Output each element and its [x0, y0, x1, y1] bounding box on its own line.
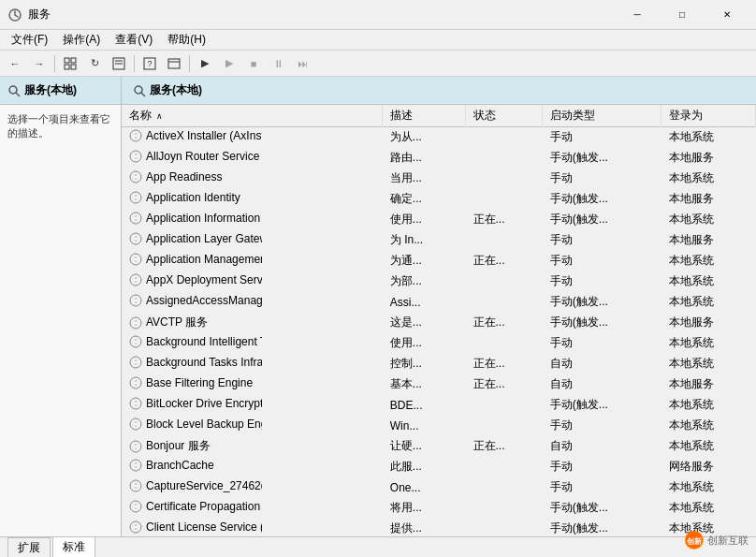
refresh-button[interactable]: ↻ [83, 53, 106, 74]
play2-button[interactable]: ▶ [218, 53, 240, 74]
svg-text:?: ? [147, 59, 152, 68]
service-status [466, 477, 543, 498]
table-row[interactable]: Base Filtering Engine基本...正在...自动本地服务 [122, 374, 756, 395]
table-scroll[interactable]: ActiveX Installer (AxInstSV)为从...手动本地系统 … [122, 127, 756, 536]
col-name[interactable]: 名称 ∧ [122, 105, 383, 127]
service-startup: 手动 [543, 127, 662, 148]
service-login: 本地系统 [662, 292, 756, 313]
service-name: Certificate Propagation [122, 498, 262, 515]
service-status: 正在... [466, 436, 543, 457]
service-desc: 这是... [383, 313, 466, 333]
svg-point-45 [135, 423, 138, 426]
table-wrapper: 名称 ∧ 描述 状态 启动类型 登录为 [122, 105, 756, 536]
watermark-logo: 创新 [685, 531, 704, 550]
close-button[interactable]: ✕ [705, 0, 749, 30]
service-startup: 手动(触发... [543, 210, 662, 230]
stop-button[interactable]: ■ [242, 53, 265, 74]
table-row[interactable]: Application Management为通...正在...手动本地系统 [122, 251, 756, 271]
props-button[interactable] [163, 53, 185, 74]
service-login: 本地系统 [662, 477, 756, 498]
service-status: 正在... [466, 210, 543, 230]
maximize-button[interactable]: □ [661, 0, 704, 30]
service-login: 本地系统 [662, 395, 756, 416]
resume-button[interactable]: ⏭ [291, 53, 313, 74]
service-name: ActiveX Installer (AxInstSV) [122, 127, 262, 144]
back-button[interactable]: ← [4, 53, 26, 74]
tab-extend[interactable]: 扩展 [7, 537, 51, 558]
minimize-button[interactable]: ─ [616, 0, 659, 30]
table-row[interactable]: Application Information使用...正在...手动(触发..… [122, 210, 756, 230]
service-login: 本地系统 [662, 333, 756, 354]
service-name: AVCTP 服务 [122, 313, 262, 332]
table-row[interactable]: CaptureService_27462d35One...手动本地系统 [122, 477, 756, 498]
service-desc: 为 In... [383, 230, 466, 251]
service-login: 本地系统 [662, 498, 756, 519]
service-status [466, 292, 543, 313]
service-login: 本地服务 [662, 148, 756, 169]
service-status [466, 519, 543, 537]
col-startup[interactable]: 启动类型 [543, 105, 662, 127]
services-table: 名称 ∧ 描述 状态 启动类型 登录为 [122, 105, 756, 127]
service-status: 正在... [466, 251, 543, 271]
menu-bar: 文件(F) 操作(A) 查看(V) 帮助(H) [0, 30, 756, 51]
service-name: Background Tasks Infras... [122, 354, 262, 371]
service-desc: 确定... [383, 189, 466, 210]
svg-point-49 [135, 464, 138, 467]
table-row[interactable]: Client License Service (Cli...提供...手动(触发… [122, 519, 756, 537]
table-row[interactable]: AppX Deployment Servic...为部...手动本地系统 [122, 271, 756, 292]
svg-point-31 [135, 279, 138, 282]
table-row[interactable]: App Readiness当用...手动本地系统 [122, 169, 756, 189]
export-button[interactable] [108, 53, 130, 74]
toggle-view-button[interactable] [59, 53, 81, 74]
service-startup: 自动 [543, 374, 662, 395]
table-row[interactable]: Background Tasks Infras...控制...正在...自动本地… [122, 354, 756, 374]
table-row[interactable]: AVCTP 服务这是...正在...手动(触发...本地服务 [122, 313, 756, 333]
window-title: 服务 [28, 7, 616, 22]
service-status: 正在... [466, 374, 543, 395]
service-status: 正在... [466, 354, 543, 374]
service-login: 本地系统 [662, 251, 756, 271]
service-startup: 手动(触发... [543, 292, 662, 313]
table-row[interactable]: Background Intelligent T...使用...手动本地系统 [122, 333, 756, 354]
col-login[interactable]: 登录为 [661, 105, 755, 127]
menu-file[interactable]: 文件(F) [4, 30, 55, 50]
left-panel-title: 服务(本地) [24, 82, 77, 98]
table-row[interactable]: Application Identity确定...手动(触发...本地服务 [122, 189, 756, 210]
service-startup: 手动(触发... [543, 313, 662, 333]
service-login: 本地系统 [662, 210, 756, 230]
service-login: 本地系统 [662, 271, 756, 292]
col-status[interactable]: 状态 [465, 105, 542, 127]
service-name: Bonjour 服务 [122, 436, 262, 456]
service-desc: 路由... [383, 148, 466, 169]
table-row[interactable]: AssignedAccessManager...Assi...手动(触发...本… [122, 292, 756, 313]
service-desc: 为通... [383, 251, 466, 271]
menu-help[interactable]: 帮助(H) [160, 30, 213, 50]
menu-view[interactable]: 查看(V) [108, 30, 160, 50]
service-name: AssignedAccessManager... [122, 292, 262, 309]
col-desc[interactable]: 描述 [383, 105, 466, 127]
forward-button[interactable]: → [28, 53, 51, 74]
table-row[interactable]: Application Layer Gatewa...为 In...手动本地服务 [122, 230, 756, 251]
tab-standard[interactable]: 标准 [52, 536, 95, 557]
service-status [466, 169, 543, 189]
table-row[interactable]: Certificate Propagation将用...手动(触发...本地系统 [122, 498, 756, 519]
left-panel-content: 选择一个项目来查看它的描述。 [0, 105, 121, 536]
service-startup: 手动 [543, 230, 662, 251]
table-row[interactable]: AllJoyn Router Service路由...手动(触发...本地服务 [122, 148, 756, 169]
svg-rect-3 [65, 65, 69, 69]
menu-action[interactable]: 操作(A) [55, 30, 108, 50]
table-row[interactable]: Block Level Backup Engi...Win...手动本地系统 [122, 416, 756, 436]
service-startup: 手动(触发... [543, 395, 662, 416]
service-login: 本地服务 [662, 313, 756, 333]
left-panel-description: 选择一个项目来查看它的描述。 [7, 113, 110, 139]
service-desc: Assi... [383, 292, 466, 313]
pause-button[interactable]: ⏸ [267, 53, 289, 74]
table-row[interactable]: BranchCache此服...手动网络服务 [122, 457, 756, 477]
table-row[interactable]: BitLocker Drive Encryptio...BDE...手动(触发.… [122, 395, 756, 416]
help-button[interactable]: ? [138, 53, 161, 74]
table-row[interactable]: ActiveX Installer (AxInstSV)为从...手动本地系统 [122, 127, 756, 148]
play-button[interactable]: ▶ [194, 53, 216, 74]
table-row[interactable]: Bonjour 服务让硬...正在...自动本地系统 [122, 436, 756, 457]
watermark-text: 创新互联 [707, 534, 749, 548]
service-login: 本地系统 [662, 416, 756, 436]
